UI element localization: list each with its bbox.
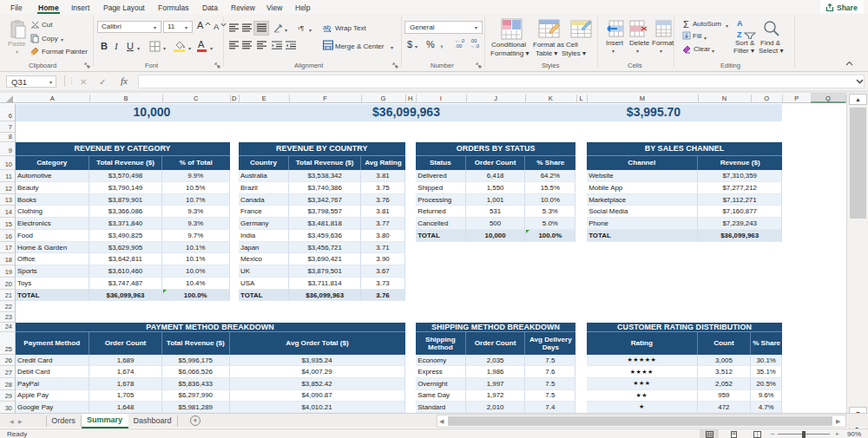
svg-text:Z: Z (737, 30, 742, 39)
svg-text:A: A (737, 19, 743, 28)
